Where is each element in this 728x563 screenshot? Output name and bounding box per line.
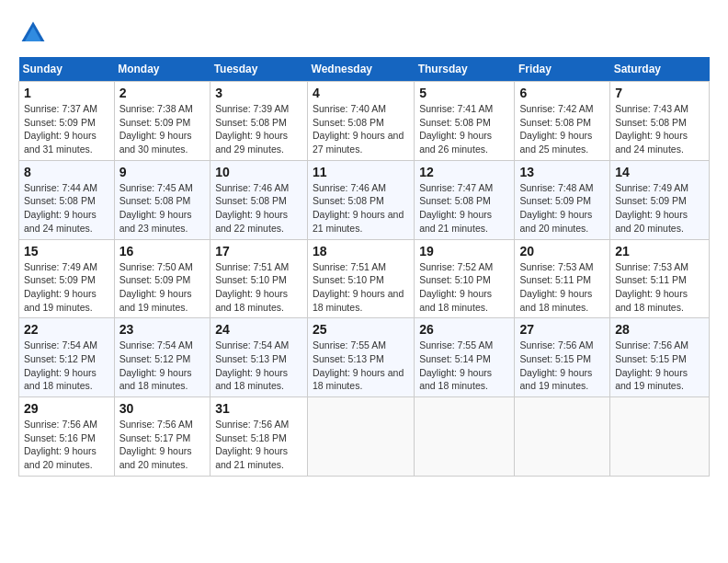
- day-number: 22: [24, 322, 109, 337]
- calendar-cell: 13Sunrise: 7:48 AMSunset: 5:09 PMDayligh…: [515, 160, 610, 239]
- day-number: 21: [615, 244, 704, 259]
- day-number: 9: [119, 165, 206, 179]
- calendar-cell: 26Sunrise: 7:55 AMSunset: 5:14 PMDayligh…: [415, 318, 515, 397]
- week-row-5: 29Sunrise: 7:56 AMSunset: 5:16 PMDayligh…: [19, 397, 710, 477]
- day-header-sunday: Sunday: [19, 57, 115, 82]
- calendar-cell: 12Sunrise: 7:47 AMSunset: 5:08 PMDayligh…: [415, 160, 515, 239]
- day-number: 31: [215, 401, 302, 416]
- calendar-cell: 29Sunrise: 7:56 AMSunset: 5:16 PMDayligh…: [19, 397, 115, 477]
- cell-info: Sunrise: 7:46 AMSunset: 5:08 PMDaylight:…: [313, 182, 404, 234]
- logo-icon: [18, 18, 48, 48]
- cell-info: Sunrise: 7:45 AMSunset: 5:08 PMDaylight:…: [119, 182, 193, 234]
- day-header-monday: Monday: [114, 57, 210, 82]
- day-number: 10: [215, 165, 302, 179]
- calendar-cell: 10Sunrise: 7:46 AMSunset: 5:08 PMDayligh…: [210, 160, 308, 239]
- day-number: 27: [519, 322, 605, 337]
- calendar-cell: [515, 397, 610, 477]
- cell-info: Sunrise: 7:49 AMSunset: 5:09 PMDaylight:…: [615, 182, 688, 234]
- cell-info: Sunrise: 7:54 AMSunset: 5:12 PMDaylight:…: [119, 339, 193, 391]
- day-number: 8: [24, 165, 109, 179]
- day-header-thursday: Thursday: [415, 57, 515, 82]
- day-number: 13: [519, 165, 605, 179]
- calendar-cell: 8Sunrise: 7:44 AMSunset: 5:08 PMDaylight…: [19, 160, 115, 239]
- day-number: 19: [419, 244, 509, 259]
- day-header-wednesday: Wednesday: [308, 57, 415, 82]
- day-number: 30: [119, 401, 206, 416]
- day-number: 15: [24, 244, 109, 259]
- calendar-cell: 2Sunrise: 7:38 AMSunset: 5:09 PMDaylight…: [114, 82, 210, 161]
- cell-info: Sunrise: 7:55 AMSunset: 5:13 PMDaylight:…: [313, 339, 404, 391]
- cell-info: Sunrise: 7:47 AMSunset: 5:08 PMDaylight:…: [419, 182, 493, 234]
- day-number: 7: [615, 86, 704, 100]
- cell-info: Sunrise: 7:56 AMSunset: 5:15 PMDaylight:…: [615, 339, 688, 391]
- calendar-cell: 31Sunrise: 7:56 AMSunset: 5:18 PMDayligh…: [210, 397, 308, 477]
- day-number: 25: [313, 322, 409, 337]
- cell-info: Sunrise: 7:56 AMSunset: 5:17 PMDaylight:…: [119, 419, 193, 470]
- calendar-cell: [610, 397, 710, 477]
- day-number: 18: [313, 244, 409, 259]
- calendar-cell: 4Sunrise: 7:40 AMSunset: 5:08 PMDaylight…: [308, 82, 415, 161]
- day-header-friday: Friday: [515, 57, 610, 82]
- cell-info: Sunrise: 7:39 AMSunset: 5:08 PMDaylight:…: [215, 103, 289, 155]
- calendar-cell: 28Sunrise: 7:56 AMSunset: 5:15 PMDayligh…: [610, 318, 710, 397]
- cell-info: Sunrise: 7:55 AMSunset: 5:14 PMDaylight:…: [419, 339, 493, 391]
- page-header: [18, 18, 710, 48]
- day-header-tuesday: Tuesday: [210, 57, 308, 82]
- day-number: 2: [119, 86, 206, 100]
- calendar-cell: 11Sunrise: 7:46 AMSunset: 5:08 PMDayligh…: [308, 160, 415, 239]
- calendar-cell: 19Sunrise: 7:52 AMSunset: 5:10 PMDayligh…: [415, 239, 515, 318]
- cell-info: Sunrise: 7:54 AMSunset: 5:12 PMDaylight:…: [24, 339, 97, 391]
- logo: [18, 18, 51, 48]
- calendar-cell: 9Sunrise: 7:45 AMSunset: 5:08 PMDaylight…: [114, 160, 210, 239]
- calendar-cell: 15Sunrise: 7:49 AMSunset: 5:09 PMDayligh…: [19, 239, 115, 318]
- calendar-cell: 22Sunrise: 7:54 AMSunset: 5:12 PMDayligh…: [19, 318, 115, 397]
- cell-info: Sunrise: 7:49 AMSunset: 5:09 PMDaylight:…: [24, 261, 97, 313]
- week-row-3: 15Sunrise: 7:49 AMSunset: 5:09 PMDayligh…: [19, 239, 710, 318]
- day-number: 11: [313, 165, 409, 179]
- calendar-cell: 21Sunrise: 7:53 AMSunset: 5:11 PMDayligh…: [610, 239, 710, 318]
- header-row: SundayMondayTuesdayWednesdayThursdayFrid…: [19, 57, 710, 82]
- cell-info: Sunrise: 7:54 AMSunset: 5:13 PMDaylight:…: [215, 339, 289, 391]
- calendar-cell: 1Sunrise: 7:37 AMSunset: 5:09 PMDaylight…: [19, 82, 115, 161]
- cell-info: Sunrise: 7:51 AMSunset: 5:10 PMDaylight:…: [215, 261, 289, 313]
- cell-info: Sunrise: 7:52 AMSunset: 5:10 PMDaylight:…: [419, 261, 493, 313]
- day-header-saturday: Saturday: [610, 57, 710, 82]
- cell-info: Sunrise: 7:56 AMSunset: 5:15 PMDaylight:…: [519, 339, 593, 391]
- day-number: 26: [419, 322, 509, 337]
- calendar-cell: 25Sunrise: 7:55 AMSunset: 5:13 PMDayligh…: [308, 318, 415, 397]
- calendar-cell: 24Sunrise: 7:54 AMSunset: 5:13 PMDayligh…: [210, 318, 308, 397]
- calendar-cell: 30Sunrise: 7:56 AMSunset: 5:17 PMDayligh…: [114, 397, 210, 477]
- calendar-cell: 14Sunrise: 7:49 AMSunset: 5:09 PMDayligh…: [610, 160, 710, 239]
- calendar-cell: 16Sunrise: 7:50 AMSunset: 5:09 PMDayligh…: [114, 239, 210, 318]
- cell-info: Sunrise: 7:51 AMSunset: 5:10 PMDaylight:…: [313, 261, 404, 313]
- day-number: 16: [119, 244, 206, 259]
- calendar-cell: [308, 397, 415, 477]
- week-row-2: 8Sunrise: 7:44 AMSunset: 5:08 PMDaylight…: [19, 160, 710, 239]
- cell-info: Sunrise: 7:44 AMSunset: 5:08 PMDaylight:…: [24, 182, 97, 234]
- cell-info: Sunrise: 7:48 AMSunset: 5:09 PMDaylight:…: [519, 182, 593, 234]
- cell-info: Sunrise: 7:40 AMSunset: 5:08 PMDaylight:…: [313, 103, 404, 155]
- calendar-cell: [415, 397, 515, 477]
- cell-info: Sunrise: 7:46 AMSunset: 5:08 PMDaylight:…: [215, 182, 289, 234]
- day-number: 1: [24, 86, 109, 100]
- day-number: 5: [419, 86, 509, 100]
- day-number: 20: [519, 244, 605, 259]
- day-number: 29: [24, 401, 109, 416]
- week-row-1: 1Sunrise: 7:37 AMSunset: 5:09 PMDaylight…: [19, 82, 710, 161]
- week-row-4: 22Sunrise: 7:54 AMSunset: 5:12 PMDayligh…: [19, 318, 710, 397]
- cell-info: Sunrise: 7:37 AMSunset: 5:09 PMDaylight:…: [24, 103, 97, 155]
- cell-info: Sunrise: 7:41 AMSunset: 5:08 PMDaylight:…: [419, 103, 493, 155]
- day-number: 17: [215, 244, 302, 259]
- day-number: 3: [215, 86, 302, 100]
- day-number: 4: [313, 86, 409, 100]
- calendar-cell: 23Sunrise: 7:54 AMSunset: 5:12 PMDayligh…: [114, 318, 210, 397]
- calendar-cell: 7Sunrise: 7:43 AMSunset: 5:08 PMDaylight…: [610, 82, 710, 161]
- cell-info: Sunrise: 7:53 AMSunset: 5:11 PMDaylight:…: [615, 261, 688, 313]
- day-number: 24: [215, 322, 302, 337]
- calendar-cell: 5Sunrise: 7:41 AMSunset: 5:08 PMDaylight…: [415, 82, 515, 161]
- calendar-cell: 27Sunrise: 7:56 AMSunset: 5:15 PMDayligh…: [515, 318, 610, 397]
- day-number: 28: [615, 322, 704, 337]
- day-number: 23: [119, 322, 206, 337]
- calendar-cell: 20Sunrise: 7:53 AMSunset: 5:11 PMDayligh…: [515, 239, 610, 318]
- calendar-cell: 6Sunrise: 7:42 AMSunset: 5:08 PMDaylight…: [515, 82, 610, 161]
